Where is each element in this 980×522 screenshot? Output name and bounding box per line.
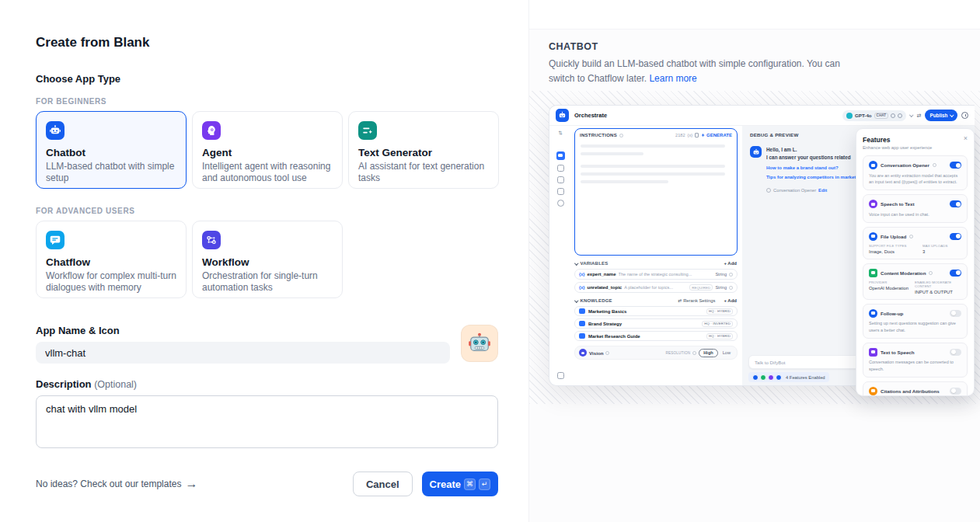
app-name-label: App Name & Icon — [36, 325, 498, 336]
feature-card-follow-up: Follow-up Setting up next questions sugg… — [863, 304, 968, 339]
toggle-off — [950, 388, 961, 395]
sidebar-doc-icon — [557, 176, 564, 183]
folder-icon — [579, 308, 585, 314]
features-panel: Features × Enhance web app user experien… — [856, 128, 975, 396]
feature-dot-speech — [768, 374, 774, 381]
app-type-card-workflow[interactable]: Workflow Orchestration for single-turn a… — [192, 221, 343, 298]
toggle-on — [950, 233, 961, 240]
file-upload-icon — [869, 232, 877, 241]
app-type-desc: LLM-based chatbot with simple setup — [46, 161, 176, 183]
citations-icon — [869, 387, 877, 395]
enter-key-icon: ↵ — [479, 478, 490, 490]
toggle-off — [950, 349, 961, 356]
variable-settings-icon — [729, 273, 733, 277]
feature-card-citations: Citations and Attributions Show source d… — [863, 381, 968, 396]
preview-description: Quickly build an LLM-based chatbot with … — [549, 57, 860, 85]
learn-more-link[interactable]: Learn more — [649, 73, 696, 84]
chatbot-icon — [46, 121, 65, 140]
resolution-high-chip: High — [699, 349, 717, 357]
knowledge-header: KNOWLEDGE ⇄ Rerank Settings + Add — [575, 298, 737, 303]
toggle-on — [950, 162, 961, 169]
model-mode-badge: CHAT — [874, 113, 888, 119]
modal-title: Create from Blank — [36, 35, 498, 50]
instructions-panel: INSTRUCTIONS 2182 {x} GENERATE — [574, 128, 738, 256]
bot-avatar-robot-icon — [750, 146, 762, 158]
prompt-placeholder-lines — [575, 140, 737, 193]
app-name-input[interactable] — [36, 342, 450, 364]
sidebar-orchestrate-icon — [556, 151, 565, 160]
beginner-app-type-cards: Chatbot LLM-based chatbot with simple se… — [36, 111, 498, 189]
folder-icon — [579, 321, 585, 326]
app-type-desc: Intelligent agent with reasoning and aut… — [202, 161, 333, 183]
feature-card-content-moderation: Content Moderation PROVIDER OpenAI Moder… — [863, 263, 968, 300]
app-type-title: Chatbot — [46, 147, 176, 158]
retrieval-tag: HQ · HYBRID — [706, 308, 733, 315]
knowledge-doc-row: Market Research Guide HQ · HYBRID — [574, 331, 738, 341]
sidebar-collapse-icon — [557, 372, 564, 379]
mini-sidebar: ⇄ — [549, 126, 571, 385]
sidebar-swap-icon: ⇄ — [557, 130, 563, 134]
conversation-opener-icon — [869, 161, 877, 169]
app-type-card-chatbot[interactable]: Chatbot LLM-based chatbot with simple se… — [36, 111, 187, 189]
app-type-card-chatflow[interactable]: Chatflow Workflow for complex multi-turn… — [36, 221, 187, 298]
info-icon — [605, 351, 609, 355]
config-column: INSTRUCTIONS 2182 {x} GENERATE — [571, 126, 742, 385]
vision-eye-icon — [579, 349, 587, 357]
feature-card-text-to-speech: Text to Speech Conversation messages can… — [863, 343, 968, 378]
info-icon — [619, 134, 623, 137]
cmd-key-icon: ⌘ — [464, 478, 476, 490]
publish-button: Publish — [925, 110, 957, 121]
retrieval-tag: HQ · INVERTED — [702, 321, 733, 327]
for-beginners-label: FOR BEGINNERS — [36, 97, 498, 106]
feature-dot-opener — [752, 374, 759, 381]
close-icon: × — [964, 134, 968, 142]
variables-header: VARIABLES + Add — [575, 261, 737, 266]
cancel-button[interactable]: Cancel — [353, 472, 413, 496]
agent-icon — [202, 121, 221, 140]
app-type-card-text-generator[interactable]: Text Generator AI assistant for text gen… — [348, 111, 499, 189]
rerank-settings-button: ⇄ Rerank Settings — [678, 298, 715, 303]
app-icon-picker[interactable] — [461, 325, 498, 362]
model-selector: GPT-4o CHAT — [842, 110, 906, 121]
info-icon — [909, 235, 913, 238]
opener-icon — [766, 188, 771, 193]
chevron-down-icon — [574, 298, 578, 302]
app-type-title: Workflow — [202, 256, 333, 268]
preview-pane: CHATBOT Quickly build an LLM-based chatb… — [528, 0, 980, 522]
chevron-down-icon — [909, 113, 913, 117]
app-type-card-agent[interactable]: Agent Intelligent agent with reasoning a… — [192, 111, 343, 189]
create-button[interactable]: Create ⌘ ↵ — [422, 472, 498, 496]
description-textarea[interactable]: chat with vllm model — [36, 395, 498, 448]
chevron-down-icon — [574, 261, 578, 265]
history-clock-icon — [961, 112, 968, 119]
toggle-off — [950, 310, 961, 317]
variable-row: {x} expert_name The name of the strategi… — [574, 269, 738, 280]
folder-icon — [579, 333, 585, 339]
resolution-low-chip: Low — [720, 350, 733, 355]
variable-row: {x} unrelated_topic A placeholder for to… — [574, 282, 738, 293]
speech-to-text-icon — [869, 200, 877, 208]
sparkle-icon — [701, 134, 705, 137]
sidebar-image-icon — [557, 165, 564, 172]
shot-header: Orchestrate GPT-4o CHAT ⇄ Publish — [549, 106, 975, 126]
add-variable-button: + Add — [724, 261, 737, 266]
variable-settings-icon — [729, 286, 733, 290]
for-advanced-label: FOR ADVANCED USERS — [36, 207, 498, 215]
model-swap-icon: ⇄ — [917, 113, 922, 119]
variable-token-icon: {x} — [688, 133, 693, 137]
chevron-down-icon — [950, 113, 954, 117]
suggestion-link: How to make a brand stand out? — [766, 164, 839, 172]
chatflow-icon — [46, 231, 65, 249]
templates-link[interactable]: No ideas? Check out our templates — [36, 478, 181, 489]
edit-link: Edit — [818, 188, 827, 193]
info-icon — [929, 271, 933, 275]
char-count: 2182 — [675, 133, 685, 137]
app-type-title: Chatflow — [46, 256, 176, 268]
sidebar-globe-icon — [557, 200, 564, 207]
add-knowledge-button: + Add — [724, 298, 737, 303]
robot-emoji-icon — [468, 332, 491, 355]
feature-dot-moderation — [760, 374, 766, 381]
app-type-desc: AI assistant for text generation tasks — [358, 161, 489, 183]
workflow-icon — [202, 231, 221, 249]
app-avatar-robot-icon — [556, 109, 569, 122]
